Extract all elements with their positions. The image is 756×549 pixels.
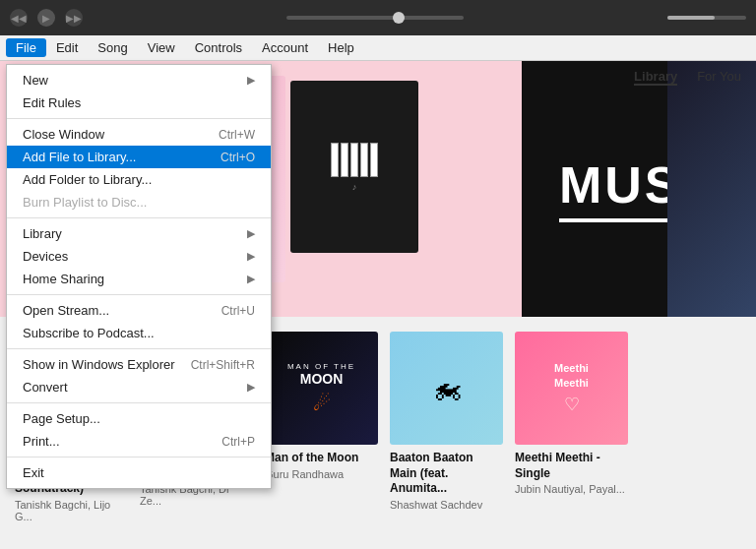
album-cover-moon: MAN OF THE MOON ☄ [265,332,378,445]
menu-new[interactable]: New ▶ [7,69,271,92]
album-card-baaton[interactable]: 🏍 Baaton Baaton Main (feat. Anumita... S… [390,332,503,539]
album-card-moon[interactable]: MAN OF THE MOON ☄ Man of the Moon Guru R… [265,332,378,539]
submenu-arrow: ▶ [247,74,255,87]
file-dropdown: New ▶ Edit Rules Close Window Ctrl+W Add… [6,64,272,489]
separator-6 [7,457,271,458]
menu-exit[interactable]: Exit [7,461,271,484]
menu-add-folder[interactable]: Add Folder to Library... [7,168,271,191]
piano-keys [331,143,378,177]
menu-show-explorer[interactable]: Show in Windows Explorer Ctrl+Shift+R [7,353,271,376]
album-card-meethi[interactable]: MeethiMeethi ♡ Meethi Meethi - Single Ju… [515,332,628,539]
menu-subscribe-podcast[interactable]: Subscribe to Podcast... [7,322,271,344]
home-sharing-arrow: ▶ [247,273,255,285]
album-title-baaton: Baaton Baaton Main (feat. Anumita... [390,451,503,497]
menu-home-sharing[interactable]: Home Sharing ▶ [7,268,271,290]
menu-close-window[interactable]: Close Window Ctrl+W [7,123,271,146]
menu-controls[interactable]: Controls [185,38,252,57]
menu-bar: File New ▶ Edit Rules Close Window Ctrl+… [0,35,756,61]
separator-1 [7,118,271,119]
separator-4 [7,348,271,349]
menu-burn-playlist: Burn Playlist to Disc... [7,191,271,214]
muse-figure [667,61,756,317]
menu-page-setup[interactable]: Page Setup... [7,407,271,430]
library-arrow: ▶ [247,227,255,240]
tab-library[interactable]: Library [634,69,677,86]
menu-song[interactable]: Song [88,38,137,57]
progress-track[interactable] [286,16,464,20]
convert-arrow: ▶ [247,381,255,394]
piano-label: ♪ [352,182,357,192]
tab-for-you[interactable]: For You [697,69,741,86]
menu-view[interactable]: View [138,38,185,57]
progress-thumb[interactable] [393,12,405,24]
menu-add-file[interactable]: Add File to Library... Ctrl+O [7,146,271,168]
menu-help[interactable]: Help [318,38,364,57]
album-cover-meethi: MeethiMeethi ♡ [515,332,628,445]
separator-3 [7,294,271,295]
menu-devices[interactable]: Devices ▶ [7,245,271,268]
album-title-meethi: Meethi Meethi - Single [515,451,628,481]
menu-file[interactable]: File New ▶ Edit Rules Close Window Ctrl+… [6,38,46,57]
album-artist-liger: Tanishk Bagchi, Lijo G... [15,499,128,522]
separator-5 [7,402,271,403]
menu-edit-rules[interactable]: Edit Rules [7,92,271,114]
banner-right: MUSE [522,61,756,317]
album-artist-meethi: Jubin Nautiyal, Payal... [515,483,628,495]
volume-fill [667,16,715,20]
menu-open-stream[interactable]: Open Stream... Ctrl+U [7,299,271,322]
progress-container [91,16,660,20]
menu-account[interactable]: Account [252,38,318,57]
separator-2 [7,217,271,218]
menu-library[interactable]: Library ▶ [7,222,271,245]
album-cover-baaton: 🏍 [390,332,503,445]
playback-controls: ◀◀ ▶ ▶▶ [10,9,83,27]
title-bar: ◀◀ ▶ ▶▶ [0,0,756,35]
back-button[interactable]: ◀◀ [10,9,28,27]
menu-convert[interactable]: Convert ▶ [7,376,271,398]
piano-album-art: ♪ [290,81,418,253]
album-artist-moon: Guru Randhawa [265,468,378,480]
volume-control[interactable] [667,16,746,20]
menu-edit[interactable]: Edit [46,38,88,57]
play-button[interactable]: ▶ [37,9,55,27]
forward-button[interactable]: ▶▶ [65,9,83,27]
menu-print[interactable]: Print... Ctrl+P [7,430,271,453]
devices-arrow: ▶ [247,250,255,263]
album-artist-baaton: Shashwat Sachdev [390,499,503,511]
album-title-moon: Man of the Moon [265,451,378,466]
library-header: Library For You [619,61,756,93]
